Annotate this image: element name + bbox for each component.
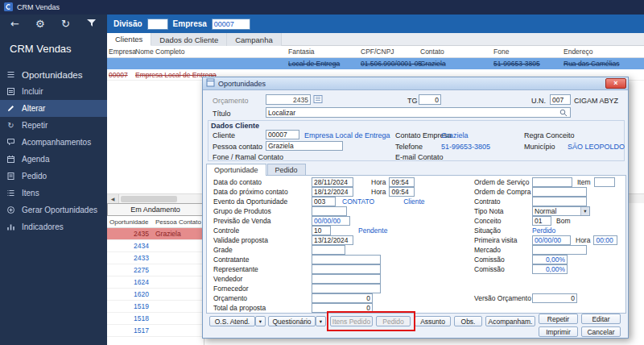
close-icon[interactable]: × <box>605 78 626 89</box>
queue-filter-header[interactable]: Em Andamento <box>107 203 204 216</box>
refresh-icon[interactable]: ↻ <box>61 19 70 29</box>
queue-row[interactable]: 1620 <box>107 289 204 301</box>
ordem-compra-input[interactable] <box>532 187 587 197</box>
os-atend-dropdown-icon[interactable]: ▾ <box>255 316 266 326</box>
os-atend-button[interactable]: O.S. Atend. <box>209 316 255 326</box>
un-label: U.N. <box>531 97 546 105</box>
queue-columns: Oportunidade Pessoa Contato <box>107 216 204 228</box>
representante-input[interactable] <box>312 264 381 274</box>
context-bar: Divisão Empresa <box>107 15 644 33</box>
cliente-code-input[interactable] <box>266 130 299 139</box>
tipo-nota-select[interactable]: Normal ▾ <box>532 206 590 216</box>
repetir-button[interactable]: Repetir <box>539 314 578 324</box>
division-input[interactable] <box>147 19 168 30</box>
dialog-title: Oportunidades <box>218 80 266 88</box>
evento-input[interactable] <box>312 197 336 206</box>
comissao1-input[interactable] <box>532 255 568 264</box>
back-icon[interactable]: ← <box>10 19 19 29</box>
sidebar-item-indicadores[interactable]: Indicadores <box>0 218 107 235</box>
main-tabs: Clientes Dados do Cliente Campanha <box>107 33 644 46</box>
telefone-label: Telefone <box>395 143 423 151</box>
editar-button[interactable]: Editar <box>581 314 621 324</box>
questionario-dropdown-icon[interactable]: ▾ <box>316 316 326 326</box>
vendedor-input[interactable] <box>312 274 381 284</box>
conceito-input[interactable] <box>532 216 551 226</box>
search-icon[interactable] <box>559 109 568 118</box>
grupo-produtos-input[interactable] <box>312 206 347 216</box>
municipio-value: SÃO LEOPOLDO <box>568 143 625 151</box>
oportunidades-dialog: Oportunidades × Orçamento TG U.N. CIGAM … <box>202 77 629 339</box>
cliente-name: Empresa Local de Entrega <box>304 131 390 139</box>
queue-row[interactable]: 1517 <box>107 325 204 337</box>
tab-campanha[interactable]: Campanha <box>227 33 281 46</box>
controle-input[interactable] <box>312 226 331 235</box>
filter-icon[interactable] <box>86 19 97 29</box>
orcamento-input[interactable] <box>266 94 311 105</box>
data-contato-input[interactable] <box>312 177 353 187</box>
hora-contato-input[interactable] <box>389 177 415 187</box>
tab-dados-do-cliente[interactable]: Dados do Cliente <box>151 33 227 46</box>
tg-input[interactable] <box>419 94 441 105</box>
cliente-label: Cliente <box>213 131 235 139</box>
pessoa-contato-label: Pessoa contato <box>213 143 262 151</box>
dialog-tab-pedido[interactable]: Pedido <box>267 164 306 175</box>
assunto-button[interactable]: Assunto <box>415 316 451 326</box>
ordem-servico-input[interactable] <box>532 177 572 187</box>
sidebar-item-repetir[interactable]: ↻ Repetir <box>0 117 107 134</box>
comissao2-input[interactable] <box>532 264 568 274</box>
company-label: Empresa <box>173 19 207 28</box>
sidebar-item-alterar[interactable]: Alterar <box>0 100 107 117</box>
sidebar-item-incluir[interactable]: Incluir <box>0 83 107 100</box>
queue-row-selected[interactable]: 2435Graziela <box>107 228 204 240</box>
data-proximo-input[interactable] <box>312 187 353 197</box>
previsao-venda-input[interactable] <box>312 216 350 226</box>
sidebar-item-pedido[interactable]: Pedido <box>0 168 107 185</box>
scrollbar-thumb[interactable] <box>121 196 177 202</box>
orcamento-valor-input[interactable] <box>312 293 373 303</box>
sidebar-item-gerar-oportunidades[interactable]: Gerar Oportunidades <box>0 202 107 218</box>
highlight-annotation <box>327 311 415 331</box>
contrato-input[interactable] <box>532 197 587 206</box>
hora-proximo-input[interactable] <box>389 187 415 197</box>
company-input[interactable] <box>212 19 250 30</box>
validade-proposta-input[interactable] <box>312 235 353 245</box>
sidebar-item-itens[interactable]: Itens <box>0 185 107 202</box>
lookup-book-icon[interactable] <box>313 94 323 106</box>
scroll-left-icon[interactable]: ◀ <box>107 194 119 204</box>
queue-row[interactable]: 2433 <box>107 252 204 264</box>
titulo-label: Título <box>213 110 231 118</box>
queue-row[interactable]: 1518 <box>107 313 204 325</box>
contratante-input[interactable] <box>312 255 381 264</box>
list-icon <box>0 189 22 197</box>
queue-row[interactable]: 2275 <box>107 264 204 276</box>
queue-row[interactable]: 1519 <box>107 301 204 313</box>
fornecedor-input[interactable] <box>312 284 381 293</box>
acompanham-button[interactable]: Acompanham. <box>485 316 535 326</box>
queue-row[interactable]: 1624 <box>107 276 204 289</box>
obs-button[interactable]: Obs. <box>454 316 482 326</box>
primeira-visita-hora-input[interactable] <box>593 235 617 245</box>
menu-icon[interactable] <box>0 70 22 79</box>
un-name: CIGAM ABYZ <box>574 97 618 105</box>
mercado-input[interactable] <box>532 245 587 255</box>
tg-label: TG <box>407 97 418 105</box>
primeira-visita-input[interactable] <box>532 235 571 245</box>
item-input[interactable] <box>594 177 615 187</box>
versao-orcamento-input[interactable] <box>532 293 577 303</box>
sidebar-app-title: CRM Vendas <box>0 33 107 66</box>
questionario-button[interactable]: Questionário <box>268 316 316 326</box>
grid-row-selected[interactable]: Local de Entrega 01.506.990/0001-05 Graz… <box>107 58 644 69</box>
cancelar-button[interactable]: Cancelar <box>581 326 621 337</box>
sidebar-item-acompanhamentos[interactable]: Acompanhamentos <box>0 134 107 151</box>
titulo-input[interactable] <box>266 107 571 118</box>
municipio-label: Município <box>524 143 555 151</box>
tab-clientes[interactable]: Clientes <box>107 33 151 46</box>
grade-input[interactable] <box>312 245 345 255</box>
dialog-tab-oportunidade[interactable]: Oportunidade <box>206 164 266 176</box>
gear-icon[interactable]: ⚙ <box>35 19 45 29</box>
queue-row[interactable]: 2434 <box>107 240 204 252</box>
pessoa-contato-input[interactable] <box>266 141 343 151</box>
imprimir-button[interactable]: Imprimir <box>539 326 578 337</box>
un-input[interactable] <box>550 94 571 105</box>
sidebar-item-agenda[interactable]: Agenda <box>0 151 107 168</box>
